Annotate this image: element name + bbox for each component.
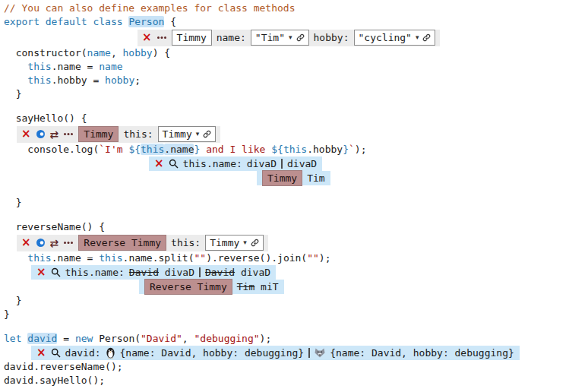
code-line[interactable]: david.sayHello(); <box>4 374 569 387</box>
code-line[interactable]: } <box>4 308 569 321</box>
search-icon[interactable] <box>51 267 61 277</box>
editor[interactable]: // You can also define examples for clas… <box>0 0 569 387</box>
inspect-row: ×david:{name: David, hobby: debugging}{n… <box>4 346 569 360</box>
inspect-value: {name: David, hobby: debugging} <box>330 347 514 359</box>
code-token: .hobby <box>307 144 343 155</box>
code-line[interactable]: this.name = name <box>4 60 569 74</box>
code-token: "debugging" <box>194 333 260 344</box>
close-icon[interactable]: × <box>21 237 31 248</box>
more-icon[interactable] <box>156 36 167 40</box>
code-token: and I like <box>200 144 271 155</box>
example-chip[interactable]: Timmy <box>78 126 119 142</box>
code-line[interactable]: } <box>4 294 569 308</box>
caret-down-icon: ▾ <box>243 239 247 246</box>
value-select[interactable]: Timmy▾ <box>158 126 217 142</box>
code-line[interactable]: } <box>4 196 569 210</box>
code-token: = <box>57 333 74 344</box>
example-widget: ×⇄Reverse Timmythis:Timmy▾ <box>17 235 268 251</box>
code-token: "" <box>194 252 206 264</box>
highlighted-token: this <box>141 144 164 155</box>
code-line[interactable]: console.log(`I'm ${this.name} and I like… <box>4 143 569 156</box>
code-token: ` <box>349 144 355 155</box>
swap-icon[interactable]: ⇄ <box>50 129 59 140</box>
toggle-icon[interactable] <box>36 238 46 248</box>
code-token: console.log( <box>4 144 99 155</box>
code-token: "" <box>307 252 319 264</box>
inspect-value: David divaD <box>205 267 270 278</box>
code-token: new <box>75 333 93 344</box>
link-icon[interactable] <box>203 130 211 138</box>
close-icon[interactable]: × <box>154 158 164 169</box>
new-value: miT <box>261 281 278 292</box>
highlighted-token: david <box>27 333 57 344</box>
select-value: Timmy <box>163 128 192 140</box>
widget-label: this.name: <box>183 158 242 169</box>
more-icon[interactable] <box>63 241 74 245</box>
code-line[interactable]: constructor(name, hobby) { <box>4 46 569 60</box>
caret-down-icon: ▾ <box>196 131 200 138</box>
toggle-icon[interactable] <box>36 129 46 139</box>
code-token: hobby <box>105 74 134 86</box>
code-line[interactable]: } <box>4 87 569 101</box>
code-token: ; <box>134 74 141 86</box>
code-token <box>4 252 27 264</box>
code-token: this <box>99 252 122 264</box>
code-token: .name.split( <box>123 252 194 264</box>
widget-label: name: <box>217 32 246 43</box>
code-token: sayHello() { <box>4 112 87 124</box>
code-line[interactable]: reverseName() { <box>4 220 569 234</box>
divider <box>281 159 283 169</box>
inspect-value: {name: David, hobby: debugging} <box>120 347 305 359</box>
inspect-value: divaD <box>287 158 317 169</box>
link-icon[interactable] <box>296 33 305 42</box>
code-token: // You can also define examples for clas… <box>4 2 296 14</box>
code-token: } <box>4 308 10 320</box>
code-line[interactable]: david.reverseName(); <box>4 360 569 374</box>
code-token: this <box>27 252 51 264</box>
close-icon[interactable]: × <box>21 128 31 140</box>
close-icon[interactable]: × <box>36 267 46 278</box>
more-icon[interactable] <box>63 132 74 136</box>
code-line[interactable]: this.hobby = hobby; <box>4 74 569 87</box>
value-select[interactable]: Timmy▾ <box>205 235 264 251</box>
swap-icon[interactable]: ⇄ <box>50 238 59 248</box>
close-icon[interactable]: × <box>36 347 46 359</box>
widget-row: ×⇄Timmythis:Timmy▾ <box>4 125 569 143</box>
link-icon[interactable] <box>422 33 431 42</box>
link-icon[interactable] <box>251 239 259 247</box>
code-token: } <box>4 88 21 100</box>
code-line[interactable]: export default class Person { <box>4 15 569 29</box>
inspect-panel: ×this.name:David divaDDavid divaD <box>31 265 276 280</box>
widget-label: david: <box>65 347 101 359</box>
value-select[interactable]: "Tim"▾ <box>251 30 309 46</box>
inspect-value: Tim miT <box>237 281 279 292</box>
example-chip[interactable]: Reverse Timmy <box>78 235 166 251</box>
code-token: david.sayHello(); <box>4 375 105 386</box>
code-token: .hobby = <box>52 74 105 86</box>
inspect-panel: TimmyTim <box>257 171 330 185</box>
code-line[interactable]: sayHello() { <box>4 112 569 125</box>
code-token: reverseName() { <box>4 221 105 232</box>
example-chip[interactable]: Reverse Timmy <box>144 279 232 295</box>
code-token: } <box>4 197 21 208</box>
code-token: ${ <box>271 144 283 155</box>
value-select[interactable]: "cycling"▾ <box>354 30 436 46</box>
code-line[interactable]: // You can also define examples for clas… <box>4 2 569 15</box>
caret-down-icon: ▾ <box>416 34 419 41</box>
highlighted-token: Person <box>128 16 164 27</box>
example-tab[interactable]: Timmy <box>172 30 212 46</box>
widget-row: ×⇄Reverse Timmythis:Timmy▾ <box>4 234 569 251</box>
code-token: name <box>87 47 111 58</box>
code-line[interactable]: this.name = this.name.split("").reverse(… <box>4 251 569 265</box>
inspect-panel: ×david:{name: David, hobby: debugging}{n… <box>31 346 520 360</box>
code-token: export <box>4 16 40 27</box>
code-line[interactable]: let david = new Person("David", "debuggi… <box>4 332 569 346</box>
search-icon[interactable] <box>51 348 61 358</box>
code-token: , <box>182 333 194 344</box>
code-token: let <box>4 333 21 344</box>
blank-line <box>4 210 569 220</box>
search-icon[interactable] <box>169 159 179 169</box>
close-icon[interactable]: × <box>142 32 152 43</box>
example-chip[interactable]: Timmy <box>262 170 302 186</box>
code-token: ); <box>260 333 272 344</box>
